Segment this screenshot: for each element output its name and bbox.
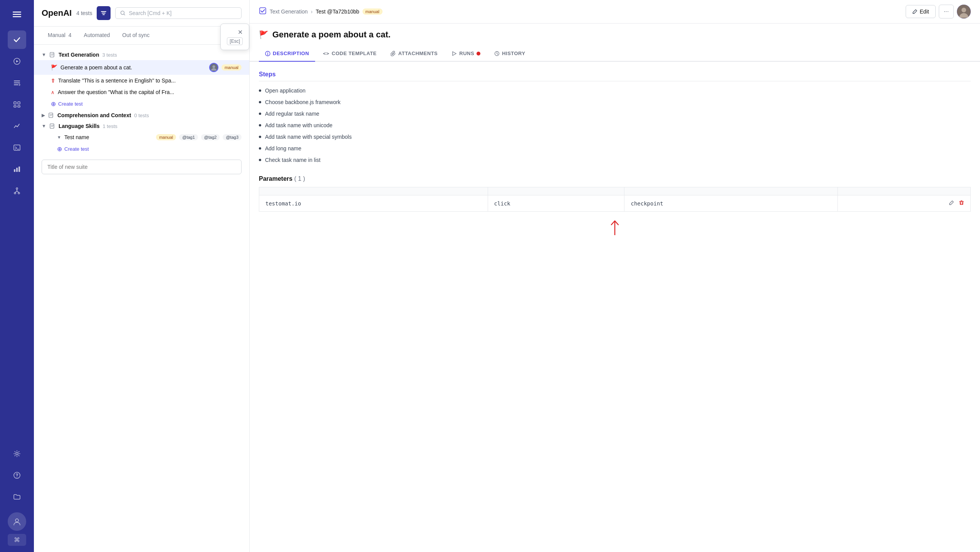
param-edit-button[interactable] [949, 200, 954, 207]
search-box[interactable]: Search [Cmd + K] [115, 7, 242, 19]
nav-icon-help[interactable] [8, 466, 26, 485]
suite-count-language: 1 tests [102, 123, 117, 129]
bullet [259, 113, 261, 115]
test-row-poem[interactable]: 🚩 Generate a poem about a cat. manual [34, 60, 249, 75]
svg-rect-25 [50, 124, 54, 128]
svg-point-16 [16, 453, 18, 455]
test-row-translate[interactable]: ⇧ Translate "This is a sentence in Engli… [34, 75, 249, 86]
test-row-test-name[interactable]: ▼ Test name manual @tag1 @tag2 @tag3 [34, 131, 249, 143]
tab-history[interactable]: HISTORY [488, 46, 532, 62]
tab-manual[interactable]: Manual 4 [42, 27, 78, 44]
nav-icon-folder[interactable] [8, 488, 26, 506]
edit-icon [912, 9, 918, 14]
test-title-flag-icon: 🚩 [259, 30, 268, 39]
param-cell-2: click [488, 195, 624, 212]
nav-icon-analytics[interactable] [8, 117, 26, 135]
esc-label: [Esc] [227, 37, 243, 45]
nav-icon-chart[interactable] [8, 160, 26, 178]
user-avatar[interactable] [957, 5, 971, 19]
test-name-capital: Answer the question "What is the capital… [58, 89, 242, 95]
test-row-capital[interactable]: ∧ Answer the question "What is the capit… [34, 86, 249, 98]
keyboard-shortcut: ⌘ [8, 534, 26, 546]
steps-section-title: Steps [259, 71, 971, 81]
nav-icon-settings[interactable] [8, 444, 26, 463]
svg-rect-0 [13, 12, 21, 13]
tab-code-template[interactable]: <> CODE TEMPLATE [317, 46, 383, 62]
badge-tag3: @tag3 [223, 134, 242, 140]
breadcrumb-parent[interactable]: Text Generation [270, 8, 308, 15]
svg-point-23 [212, 66, 215, 68]
suite-count-comprehension: 0 tests [134, 113, 149, 118]
create-test-link-language[interactable]: ⊕ Create test [34, 143, 249, 155]
right-panel: Text Generation › Test @Ta72b10bb manual… [250, 0, 980, 552]
chevron-icon-language: ▼ [42, 123, 46, 129]
left-header: OpenAI 4 tests Search [Cmd + K] [34, 0, 249, 27]
bullet [259, 147, 261, 150]
suite-row-text-generation[interactable]: ▼ Text Generation 3 tests [34, 49, 249, 60]
param-col-3 [624, 187, 838, 195]
suite-name-comprehension: Comprehension and Context [57, 112, 131, 118]
step-item: Check task name in list [259, 157, 971, 163]
tab-description[interactable]: DESCRIPTION [259, 46, 315, 62]
new-suite-input[interactable] [42, 160, 242, 174]
svg-rect-2 [13, 16, 21, 17]
chevron-icon: ▼ [42, 52, 46, 57]
svg-rect-9 [14, 145, 20, 150]
more-button[interactable]: ··· [939, 5, 954, 19]
parameters-table: testomat.io click checkpoint [259, 187, 971, 212]
user-avatar-sidebar[interactable] [8, 512, 26, 531]
breadcrumb-checkbox-icon [259, 7, 267, 17]
tests-count: 4 tests [76, 10, 92, 16]
bullet [259, 136, 261, 138]
badge-manual-test-name: manual [156, 134, 176, 140]
tab-attachments[interactable]: ATTACHMENTS [384, 46, 444, 62]
svg-marker-4 [16, 60, 18, 62]
nav-icon-play[interactable] [8, 52, 26, 71]
right-topbar: Text Generation › Test @Ta72b10bb manual… [250, 0, 980, 24]
tab-out-of-sync[interactable]: Out of sync [116, 27, 156, 44]
bullet [259, 89, 261, 92]
svg-rect-1 [13, 14, 21, 15]
svg-rect-6 [18, 102, 20, 104]
tab-runs[interactable]: RUNS [445, 46, 487, 62]
svg-rect-7 [14, 106, 16, 107]
nav-icon-fork[interactable] [8, 182, 26, 200]
hamburger-menu[interactable] [9, 6, 25, 24]
param-cell-3: checkpoint [624, 195, 838, 212]
svg-point-28 [962, 8, 966, 12]
app-name: OpenAI [42, 8, 72, 18]
nav-icon-steps[interactable] [8, 95, 26, 114]
nav-icon-terminal[interactable] [8, 138, 26, 157]
step-item: Open application [259, 88, 971, 94]
history-icon [494, 51, 500, 56]
badge-tag1: @tag1 [179, 134, 198, 140]
test-title-bar: 🚩 Generate a poem about a cat. [250, 24, 980, 46]
suite-row-comprehension[interactable]: ▶ Comprehension and Context 0 tests [34, 110, 249, 121]
search-placeholder: Search [Cmd + K] [129, 10, 171, 16]
esc-close-button[interactable]: ✕ [238, 29, 243, 36]
arrow-icon-capital: ∧ [51, 89, 55, 95]
suite-file-icon [49, 52, 55, 58]
filter-button[interactable] [97, 6, 111, 20]
nav-icon-list[interactable] [8, 74, 26, 92]
tab-automated[interactable]: Automated [78, 27, 116, 44]
flag-icon: 🚩 [51, 64, 57, 71]
step-item: Choose backbone.js framework [259, 99, 971, 105]
param-cell-1: testomat.io [259, 195, 488, 212]
bullet [259, 124, 261, 126]
create-test-link-text-gen[interactable]: ⊕ Create test [34, 98, 249, 110]
param-delete-button[interactable] [959, 200, 964, 207]
chevron-icon-comprehension: ▶ [42, 113, 45, 118]
badge-tag2: @tag2 [201, 134, 220, 140]
edit-button[interactable]: Edit [906, 5, 936, 18]
suite-name-language: Language Skills [59, 123, 100, 129]
test-name-poem: Generate a poem about a cat. [60, 64, 206, 71]
nav-icon-check[interactable] [8, 30, 26, 49]
suite-row-language-skills[interactable]: ▼ Language Skills 1 tests [34, 121, 249, 131]
steps-list: Open application Choose backbone.js fram… [259, 88, 971, 163]
right-tabs: DESCRIPTION <> CODE TEMPLATE ATTACHMENTS… [250, 46, 980, 62]
svg-rect-11 [16, 168, 18, 172]
param-cell-actions [838, 195, 971, 212]
step-item: Add regular task name [259, 111, 971, 117]
svg-marker-30 [453, 52, 456, 56]
